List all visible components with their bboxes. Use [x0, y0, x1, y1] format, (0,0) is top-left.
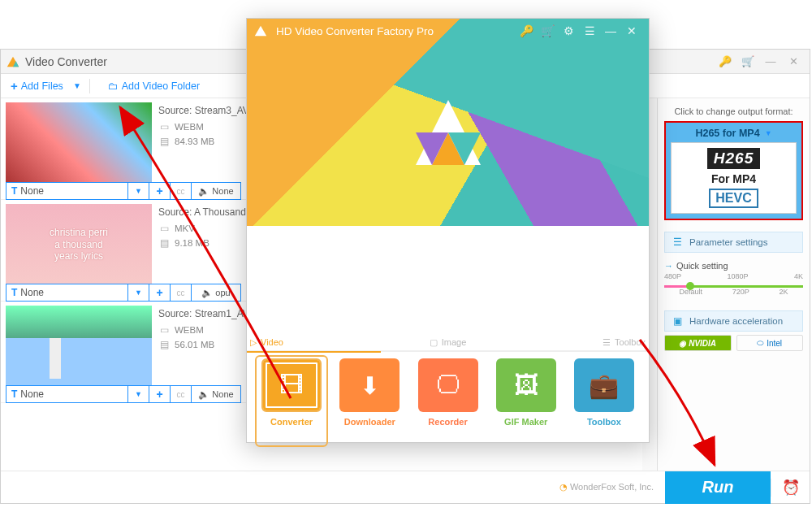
text-icon — [11, 287, 17, 298]
cc-icon — [177, 287, 185, 298]
launcher-hero: HD Video Converter Factory Pro 🔑 🛒 ⚙ ☰ —… — [247, 19, 649, 226]
intel-chip[interactable]: ⬭ Intel — [736, 335, 804, 351]
converter-title: Video Converter — [25, 55, 107, 68]
format-label: WEBM — [175, 325, 204, 335]
key-icon[interactable]: 🔑 — [516, 24, 537, 37]
audio-codec-select[interactable]: opu — [192, 284, 240, 301]
format-icon: ▭ — [158, 121, 170, 132]
codec-label: None — [212, 186, 233, 196]
cart-icon[interactable]: 🛒 — [537, 24, 558, 37]
track-select[interactable]: None — [6, 284, 128, 301]
add-files-caret-icon[interactable]: ▼ — [73, 81, 81, 90]
tile-downloader[interactable]: ⬇ Downloader — [336, 358, 403, 444]
app-logo-icon — [6, 54, 20, 69]
quality-mark: 2K — [780, 288, 788, 296]
tile-label: Downloader — [344, 417, 395, 427]
audio-codec-select[interactable]: None — [192, 183, 240, 199]
quality-slider[interactable] — [664, 285, 803, 288]
alarm-icon: ⏰ — [782, 479, 800, 497]
quality-mark: 1080P — [727, 272, 748, 280]
cc-button[interactable] — [171, 386, 192, 402]
section-tab-image[interactable]: ▢Image — [381, 337, 515, 351]
output-format-selector[interactable]: H265 for MP4▼ H265 For MP4 HEVC — [664, 121, 803, 220]
format-badge: H265 — [707, 148, 760, 169]
minimize-icon[interactable]: — — [600, 24, 621, 37]
cc-icon — [177, 388, 185, 400]
track-value: None — [20, 287, 44, 298]
cc-button[interactable] — [171, 183, 192, 199]
track-caret[interactable]: ▼ — [128, 386, 149, 402]
run-button[interactable]: Run — [665, 471, 771, 504]
plus-icon — [156, 184, 162, 197]
video-thumbnail[interactable] — [6, 102, 152, 184]
track-caret[interactable]: ▼ — [128, 183, 149, 199]
close-icon[interactable]: ✕ — [621, 24, 642, 37]
speaker-icon — [198, 389, 209, 400]
image-icon: ▢ — [430, 337, 438, 348]
tile-label: GIF Maker — [504, 417, 547, 427]
row-controls: None ▼ None — [6, 385, 241, 403]
add-video-folder-button[interactable]: 🗀 Add Video Folder — [98, 74, 209, 98]
quality-mark: 720P — [732, 288, 749, 296]
quick-setting: →Quick setting 480P 1080P 4K Default 720… — [664, 261, 803, 296]
add-files-button[interactable]: + Add Files — [1, 74, 73, 98]
recorder-tile-icon: 🖵 — [418, 358, 478, 412]
audio-codec-select[interactable]: None — [192, 386, 240, 402]
plus-icon: + — [11, 79, 18, 93]
track-value: None — [20, 388, 44, 400]
size-icon: ▤ — [158, 136, 170, 147]
launcher-window: HD Video Converter Factory Pro 🔑 🛒 ⚙ ☰ —… — [246, 18, 650, 443]
nvidia-label: NVIDIA — [689, 339, 716, 348]
output-format-panel: Click to change output format: H265 for … — [657, 98, 810, 471]
quality-mark: 4K — [794, 272, 803, 280]
cc-button[interactable] — [171, 284, 192, 301]
arrow-right-icon: → — [664, 261, 673, 271]
caret-down-icon: ▼ — [765, 129, 772, 137]
video-thumbnail[interactable] — [6, 306, 152, 387]
key-icon[interactable]: 🔑 — [714, 54, 736, 70]
section-tab-label: Video — [261, 337, 283, 347]
format-icon: ▭ — [158, 223, 170, 234]
size-label: 84.93 MB — [175, 137, 214, 146]
tile-converter[interactable]: 🎞 Converter — [257, 357, 326, 445]
hardware-accel-label: Hardware acceleration — [689, 316, 783, 326]
parameter-settings-button[interactable]: ☰ Parameter settings — [664, 232, 803, 253]
track-caret[interactable]: ▼ — [128, 284, 149, 301]
tile-label: Converter — [270, 417, 313, 427]
track-select[interactable]: None — [6, 386, 128, 402]
add-track-button[interactable] — [149, 386, 171, 402]
svg-marker-2 — [255, 26, 266, 37]
hardware-accel-button[interactable]: ▣ Hardware acceleration — [664, 310, 803, 332]
tile-label: Recorder — [428, 417, 467, 427]
video-thumbnail[interactable]: christina perri a thousand years lyrics — [6, 204, 152, 285]
text-icon — [11, 185, 17, 197]
section-tab-label: Image — [442, 337, 467, 347]
footer-bar: WonderFox Soft, Inc. Run ⏰ — [1, 471, 810, 503]
size-label: 9.18 MB — [175, 238, 209, 248]
track-select[interactable]: None — [6, 183, 128, 199]
add-track-button[interactable] — [149, 284, 171, 301]
section-tab-video[interactable]: ▷Video — [247, 337, 381, 353]
menu-icon[interactable]: ☰ — [579, 24, 600, 37]
section-tab-toolbox[interactable]: ☰Toolbox — [515, 337, 649, 351]
close-icon[interactable] — [782, 54, 805, 70]
tile-recorder[interactable]: 🖵 Recorder — [414, 358, 481, 444]
tile-gifmaker[interactable]: 🖼 GIF Maker — [493, 358, 559, 444]
thumbnail-text: christina perri a thousand years lyrics — [50, 227, 108, 262]
chip-icon: ▣ — [672, 315, 683, 327]
size-icon: ▤ — [158, 339, 170, 350]
plus-icon — [156, 286, 162, 299]
launcher-section-tabs: ▷Video ▢Image ☰Toolbox — [247, 337, 649, 352]
speaker-icon — [198, 186, 209, 197]
cart-icon[interactable]: 🛒 — [736, 54, 759, 70]
alarm-button[interactable]: ⏰ — [771, 479, 810, 497]
tile-toolbox[interactable]: 💼 Toolbox — [571, 358, 637, 444]
format-name: H265 for MP4 — [695, 128, 759, 139]
add-track-button[interactable] — [149, 183, 171, 199]
vendor-credit: WonderFox Soft, Inc. — [1, 482, 665, 492]
downloader-tile-icon: ⬇ — [339, 358, 400, 412]
nvidia-chip[interactable]: ◉ NVIDIA — [664, 335, 732, 351]
gear-icon[interactable]: ⚙ — [558, 24, 579, 37]
minimize-icon[interactable] — [759, 54, 782, 70]
plus-icon — [156, 388, 162, 401]
